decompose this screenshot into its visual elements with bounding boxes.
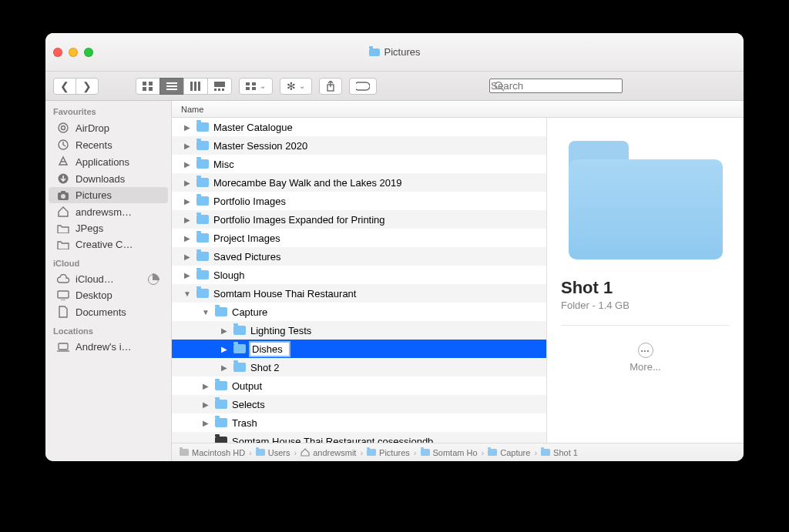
action-button[interactable]: ✻⌄ — [280, 78, 312, 95]
file-row[interactable]: ▶Portfolio Images Expanded for Printing — [172, 210, 546, 229]
file-row[interactable]: ▶Selects — [172, 395, 546, 413]
path-segment[interactable]: Macintosh HD — [180, 448, 245, 457]
folder-icon — [196, 215, 209, 224]
more-button[interactable]: ••• More... — [630, 343, 660, 373]
svg-point-21 — [59, 123, 68, 132]
path-bar[interactable]: Macintosh HD›Users›andrewsmit›Pictures›S… — [172, 443, 744, 461]
file-row[interactable]: ▼Somtam House Thai Restaurant — [172, 284, 546, 303]
disclosure-triangle-icon[interactable]: ▶ — [201, 400, 210, 409]
sidebar-item-recents[interactable]: Recents — [45, 136, 171, 153]
sidebar-item-jpegs[interactable]: JPegs — [45, 220, 171, 236]
window-title: Pictures — [45, 46, 744, 58]
search-input[interactable] — [489, 79, 623, 93]
disclosure-triangle-icon[interactable]: ▶ — [183, 253, 192, 261]
svg-rect-15 — [252, 82, 256, 85]
disclosure-triangle-icon[interactable]: ▶ — [183, 160, 192, 169]
file-row[interactable]: ▶Portfolio Images — [172, 192, 546, 210]
disclosure-triangle-icon[interactable]: ▶ — [201, 382, 210, 390]
view-switcher — [136, 78, 232, 95]
path-segment-label: Macintosh HD — [192, 448, 245, 457]
share-button[interactable] — [319, 78, 342, 95]
folder-icon — [256, 449, 265, 456]
path-segment[interactable]: Somtam Ho — [421, 448, 478, 457]
file-row[interactable]: ▶Trash — [172, 413, 546, 432]
sidebar-item-creative-c-[interactable]: Creative C… — [45, 236, 171, 253]
disclosure-triangle-icon[interactable]: ▶ — [183, 123, 192, 132]
airdrop-icon — [56, 122, 70, 134]
disclosure-triangle-icon[interactable]: ▼ — [201, 308, 210, 316]
disclosure-triangle-icon[interactable]: ▶ — [183, 216, 192, 224]
path-segment[interactable]: Capture — [488, 448, 530, 457]
file-row[interactable]: ▶Morecambe Bay Walk and the Lakes 2019 — [172, 173, 546, 192]
disclosure-triangle-icon[interactable]: ▶ — [220, 363, 229, 372]
svg-rect-12 — [218, 89, 220, 91]
svg-rect-6 — [166, 89, 177, 90]
titlebar[interactable]: Pictures — [45, 33, 744, 72]
svg-rect-17 — [252, 87, 256, 90]
chevron-right-icon: › — [482, 448, 485, 457]
file-row[interactable]: ▶Slough — [172, 266, 546, 284]
disclosure-triangle-icon[interactable]: ▶ — [183, 179, 192, 187]
file-row[interactable]: Somtam House Thai Restaurant.cosessiondb — [172, 432, 546, 443]
column-header-name[interactable]: Name — [172, 101, 744, 118]
file-row[interactable]: ▶Master Session 2020 — [172, 136, 546, 155]
folder-icon — [421, 449, 430, 456]
path-segment-label: Pictures — [379, 448, 410, 457]
file-row[interactable]: ▼Capture — [172, 303, 546, 321]
disclosure-triangle-icon[interactable]: ▶ — [183, 234, 192, 243]
path-segment[interactable]: Pictures — [367, 448, 410, 457]
path-segment[interactable]: andrewsmit — [300, 448, 356, 457]
forward-button[interactable]: ❯ — [76, 78, 99, 95]
gallery-view-button[interactable] — [207, 78, 232, 95]
file-list[interactable]: ▶Master Catalogue▶Master Session 2020▶Mi… — [172, 118, 546, 443]
svg-rect-14 — [246, 82, 250, 85]
tags-button[interactable] — [349, 78, 377, 95]
file-row[interactable]: ▶Master Catalogue — [172, 118, 546, 136]
rename-input[interactable] — [250, 343, 289, 356]
sidebar-item-applications[interactable]: Applications — [45, 153, 171, 170]
icon-view-button[interactable] — [136, 78, 160, 95]
sidebar-item-label: AirDrop — [76, 122, 109, 134]
svg-rect-3 — [149, 87, 153, 91]
column-view-button[interactable] — [183, 78, 208, 95]
file-row[interactable]: ▶Project Images — [172, 229, 546, 247]
sidebar-item-icloud-[interactable]: iCloud… — [45, 271, 171, 287]
file-row[interactable]: ▶Saved Pictures — [172, 247, 546, 266]
disclosure-triangle-icon[interactable]: ▶ — [183, 197, 192, 206]
gear-icon: ✻ — [287, 80, 296, 92]
folder-icon — [233, 326, 246, 335]
file-row[interactable]: ▶Output — [172, 376, 546, 395]
path-segment-label: Users — [268, 448, 290, 457]
sidebar-item-andrew-s-i-[interactable]: Andrew's i… — [45, 339, 171, 355]
sidebar-item-pictures[interactable]: Pictures — [49, 187, 168, 203]
sidebar-item-andrewsm-[interactable]: andrewsm… — [45, 203, 171, 220]
preview-pane: Shot 1 Folder - 1.4 GB ••• More... — [546, 118, 744, 443]
disclosure-triangle-icon[interactable]: ▶ — [220, 326, 229, 335]
path-segment[interactable]: Users — [256, 448, 290, 457]
folder-preview-icon — [569, 136, 723, 259]
sidebar-item-label: Desktop — [76, 289, 112, 301]
file-row[interactable]: ▶Lighting Tests — [172, 321, 546, 340]
disclosure-triangle-icon[interactable]: ▶ — [183, 142, 192, 150]
back-button[interactable]: ❮ — [53, 78, 76, 95]
file-row[interactable]: ▶ — [172, 340, 546, 358]
disclosure-triangle-icon[interactable]: ▶ — [201, 419, 210, 427]
sidebar-item-downloads[interactable]: Downloads — [45, 170, 171, 187]
sidebar-item-label: Applications — [76, 156, 129, 168]
disclosure-triangle-icon[interactable]: ▶ — [183, 271, 192, 279]
arrange-button[interactable]: ⌄ — [239, 78, 273, 95]
sidebar-item-airdrop[interactable]: AirDrop — [45, 119, 171, 136]
clock-icon — [56, 139, 70, 151]
file-name-label: Master Catalogue — [213, 122, 293, 133]
file-row[interactable]: ▶Misc — [172, 155, 546, 173]
list-view-button[interactable] — [159, 78, 184, 95]
disclosure-triangle-icon[interactable]: ▼ — [183, 289, 192, 298]
svg-rect-7 — [190, 82, 193, 91]
laptop-icon — [56, 343, 70, 352]
sidebar-item-documents[interactable]: Documents — [45, 303, 171, 320]
file-row[interactable]: ▶Shot 2 — [172, 358, 546, 376]
disclosure-triangle-icon[interactable]: ▶ — [220, 345, 229, 353]
svg-rect-1 — [149, 82, 153, 85]
path-segment[interactable]: Shot 1 — [541, 448, 578, 457]
sidebar-item-desktop[interactable]: Desktop — [45, 287, 171, 303]
